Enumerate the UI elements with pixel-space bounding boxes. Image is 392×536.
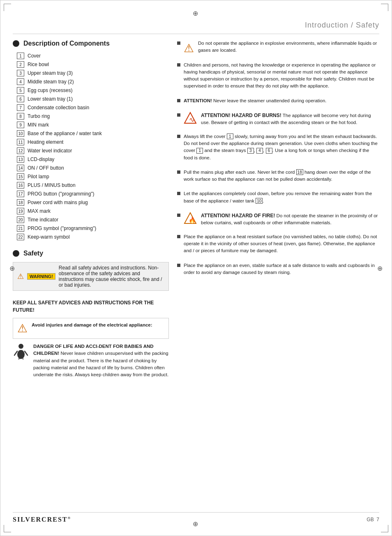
brand-logo: SilverCrest® [13, 516, 71, 523]
svg-point-0 [18, 344, 23, 349]
item-label: PLUS / MINUS button [28, 182, 76, 189]
attention-unattended-text: ATTENTION! Never leave the steamer unatt… [184, 97, 327, 104]
list-item: 18 Power cord with mains plug [17, 199, 169, 206]
components-section-header: Description of Components [13, 40, 169, 47]
list-item: 5 Egg cups (recesses) [17, 87, 169, 94]
item-label: PROG button ("programming") [28, 190, 95, 198]
svg-line-2 [14, 351, 17, 355]
bullet-icon [177, 192, 180, 195]
list-item: 8 Turbo ring [17, 113, 169, 120]
bullet-icon [177, 264, 180, 267]
explosion-warn-icon: ⚠ [184, 40, 194, 57]
brand-name: SilverCrest [13, 516, 67, 523]
danger-children-text: DANGER OF LIFE AND ACCI-DENT FOR BABIES … [33, 343, 169, 382]
list-item: 21 PROG symbol ("programming") [17, 225, 169, 232]
bullet-icon [177, 41, 180, 45]
heat-surface-text: Place the appliance on a heat resistant … [184, 233, 379, 255]
item-num: 16 [17, 182, 24, 189]
bullet-icon [177, 235, 180, 238]
list-item: 🔥 ATTENTION! HAZARD OF FIRE! Do not oper… [177, 212, 379, 229]
warning-box: ⚠ WARNING! Read all safety advices and i… [13, 262, 169, 291]
item-num: 6 [17, 96, 24, 102]
item-num: 3 [17, 70, 24, 76]
item-num: 21 [17, 225, 24, 232]
list-item: 16 PLUS / MINUS button [17, 182, 169, 189]
corner-mark-br [381, 525, 388, 532]
item-label: ON / OFF button [28, 164, 64, 172]
item-num: 4 [17, 78, 24, 85]
item-label: Middle steam tray (2) [28, 78, 74, 85]
injury-triangle-icon: ⚠ [17, 322, 28, 335]
danger-children-icon [13, 343, 29, 362]
injury-box: ⚠ Avoid injuries and damage of the elect… [13, 318, 169, 339]
left-column: Description of Components 1 Cover 2 Rice… [13, 40, 169, 384]
children-persons-text: Children and persons, not having the kno… [184, 62, 379, 90]
list-item: 4 Middle steam tray (2) [17, 78, 169, 85]
explosive-text: Do not operate the appliance in explosiv… [198, 40, 379, 54]
svg-text:∿: ∿ [189, 116, 194, 123]
safety-section-header: Safety [13, 250, 169, 257]
item-num: 22 [17, 234, 24, 240]
safety-section: Safety ⚠ WARNING! Read all safety advice… [13, 250, 169, 382]
mains-plug-text: Pull the mains plug after each use. Neve… [184, 169, 379, 183]
list-item: 12 Water level indicator [17, 147, 169, 154]
danger-children-block: DANGER OF LIFE AND ACCI-DENT FOR BABIES … [13, 343, 169, 382]
components-title: Description of Components [23, 40, 110, 47]
stable-surface-text: Place the appliance on an even, stable s… [184, 262, 379, 276]
corner-mark-tl [4, 4, 11, 11]
page-number: GB 7 [367, 517, 379, 522]
item-label: MAX mark [28, 207, 51, 215]
svg-line-4 [18, 359, 19, 359]
component-list: 1 Cover 2 Rice bowl 3 Upper steam tray (… [17, 52, 169, 241]
fire-icon: 🔥 [184, 212, 197, 229]
svg-line-5 [23, 359, 24, 359]
item-label: Upper steam tray (3) [28, 69, 73, 77]
item-num: 19 [17, 208, 24, 214]
item-label: Turbo ring [28, 113, 50, 120]
list-item: Always lift the cover 1 slowly, turning … [177, 133, 379, 165]
svg-line-3 [25, 351, 28, 355]
item-num: 1 [17, 53, 24, 59]
bullet-icon [177, 113, 180, 117]
fire-text: ATTENTION! HAZARD OF FIRE! Do not operat… [201, 212, 379, 227]
crosshair-right-icon [377, 264, 383, 272]
injury-title: Avoid injuries and damage of the electri… [32, 322, 152, 328]
list-item: 11 Heating element [17, 138, 169, 146]
item-label: Lower steam tray (1) [28, 95, 73, 103]
item-label: Base of the appliance / water tank [28, 130, 102, 137]
item-num: 9 [17, 122, 24, 128]
list-item: 2 Rice bowl [17, 61, 169, 68]
corner-mark-bl [4, 525, 11, 532]
section-bullet-icon [13, 40, 19, 47]
list-item: 19 MAX mark [17, 207, 169, 215]
fire-block: 🔥 ATTENTION! HAZARD OF FIRE! Do not oper… [184, 212, 379, 229]
list-item: 17 PROG button ("programming") [17, 190, 169, 198]
bullet-icon [177, 63, 180, 67]
list-item: 7 Condensate collection basin [17, 104, 169, 111]
corner-mark-tr [381, 4, 388, 11]
list-item: ATTENTION! Never leave the steamer unatt… [177, 97, 379, 108]
warning-text: Read all safety advices and instructions… [59, 265, 164, 288]
page-title: Introduction / Safety [305, 21, 379, 29]
item-num: 12 [17, 147, 24, 154]
item-label: Condensate collection basin [28, 104, 89, 111]
bullet-icon [177, 214, 180, 217]
list-item: 6 Lower steam tray (1) [17, 95, 169, 103]
list-item: 14 ON / OFF button [17, 164, 169, 172]
list-item: ∿ ATTENTION! HAZARD OF BURNS! The applia… [177, 112, 379, 129]
main-content: Description of Components 1 Cover 2 Rice… [13, 40, 379, 384]
list-item: 20 Time indicator [17, 216, 169, 223]
item-label: LCD-display [28, 156, 54, 163]
bullet-content: ⚠ Do not operate the appliance in explos… [184, 40, 379, 58]
item-num: 11 [17, 139, 24, 145]
list-item: Place the appliance on a heat resistant … [177, 233, 379, 258]
safety-bullets-list: ⚠ Do not operate the appliance in explos… [177, 40, 379, 279]
warning-triangle-icon: ⚠ [17, 272, 24, 281]
warning-label: WARNING! [27, 273, 55, 280]
crosshair-left-icon [9, 264, 15, 272]
item-label: Power cord with mains plug [28, 199, 88, 206]
keep-safety-text: KEEP ALL SAFETY ADVICES AND INSTRUCTIONS… [13, 299, 169, 314]
bullet-icon [177, 135, 180, 138]
list-item: ⚠ Do not operate the appliance in explos… [177, 40, 379, 58]
list-item: 15 Pilot lamp [17, 173, 169, 180]
